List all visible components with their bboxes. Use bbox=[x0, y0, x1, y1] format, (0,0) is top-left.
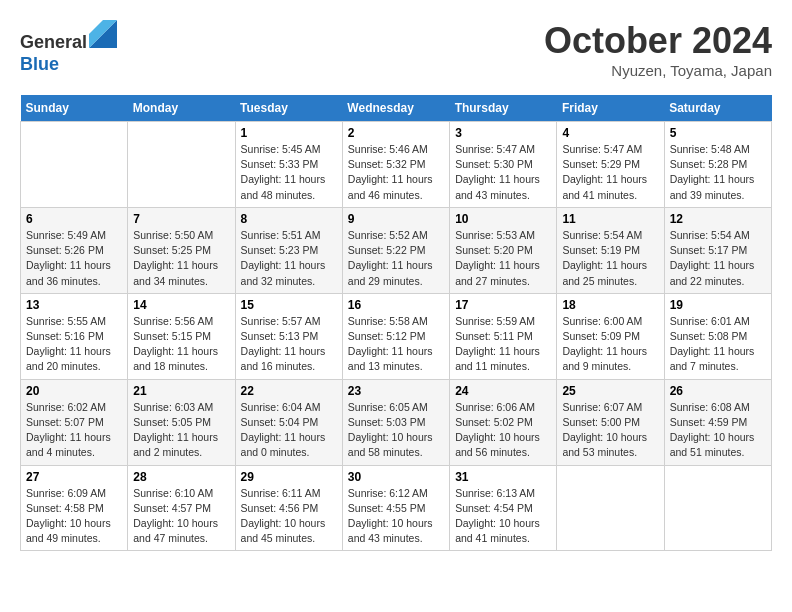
day-number: 18 bbox=[562, 298, 658, 312]
weekday-header: Thursday bbox=[450, 95, 557, 122]
calendar-cell: 25Sunrise: 6:07 AMSunset: 5:00 PMDayligh… bbox=[557, 379, 664, 465]
calendar-cell: 20Sunrise: 6:02 AMSunset: 5:07 PMDayligh… bbox=[21, 379, 128, 465]
day-detail: Sunrise: 6:07 AMSunset: 5:00 PMDaylight:… bbox=[562, 400, 658, 461]
day-number: 30 bbox=[348, 470, 444, 484]
calendar-cell bbox=[21, 122, 128, 208]
day-detail: Sunrise: 5:59 AMSunset: 5:11 PMDaylight:… bbox=[455, 314, 551, 375]
calendar-week-row: 13Sunrise: 5:55 AMSunset: 5:16 PMDayligh… bbox=[21, 293, 772, 379]
day-number: 22 bbox=[241, 384, 337, 398]
day-detail: Sunrise: 6:04 AMSunset: 5:04 PMDaylight:… bbox=[241, 400, 337, 461]
calendar-cell: 3Sunrise: 5:47 AMSunset: 5:30 PMDaylight… bbox=[450, 122, 557, 208]
day-detail: Sunrise: 5:46 AMSunset: 5:32 PMDaylight:… bbox=[348, 142, 444, 203]
day-number: 16 bbox=[348, 298, 444, 312]
day-number: 14 bbox=[133, 298, 229, 312]
day-number: 15 bbox=[241, 298, 337, 312]
calendar-cell: 15Sunrise: 5:57 AMSunset: 5:13 PMDayligh… bbox=[235, 293, 342, 379]
day-number: 17 bbox=[455, 298, 551, 312]
day-number: 31 bbox=[455, 470, 551, 484]
calendar-cell: 13Sunrise: 5:55 AMSunset: 5:16 PMDayligh… bbox=[21, 293, 128, 379]
calendar-cell: 16Sunrise: 5:58 AMSunset: 5:12 PMDayligh… bbox=[342, 293, 449, 379]
calendar-table: SundayMondayTuesdayWednesdayThursdayFrid… bbox=[20, 95, 772, 551]
day-detail: Sunrise: 5:52 AMSunset: 5:22 PMDaylight:… bbox=[348, 228, 444, 289]
day-number: 9 bbox=[348, 212, 444, 226]
day-number: 21 bbox=[133, 384, 229, 398]
day-detail: Sunrise: 6:05 AMSunset: 5:03 PMDaylight:… bbox=[348, 400, 444, 461]
day-number: 25 bbox=[562, 384, 658, 398]
day-number: 26 bbox=[670, 384, 766, 398]
calendar-cell bbox=[664, 465, 771, 551]
calendar-cell: 6Sunrise: 5:49 AMSunset: 5:26 PMDaylight… bbox=[21, 207, 128, 293]
weekday-header: Friday bbox=[557, 95, 664, 122]
calendar-cell bbox=[128, 122, 235, 208]
calendar-cell: 5Sunrise: 5:48 AMSunset: 5:28 PMDaylight… bbox=[664, 122, 771, 208]
day-detail: Sunrise: 6:09 AMSunset: 4:58 PMDaylight:… bbox=[26, 486, 122, 547]
day-number: 24 bbox=[455, 384, 551, 398]
calendar-week-row: 1Sunrise: 5:45 AMSunset: 5:33 PMDaylight… bbox=[21, 122, 772, 208]
calendar-cell: 1Sunrise: 5:45 AMSunset: 5:33 PMDaylight… bbox=[235, 122, 342, 208]
day-detail: Sunrise: 5:54 AMSunset: 5:19 PMDaylight:… bbox=[562, 228, 658, 289]
day-detail: Sunrise: 6:13 AMSunset: 4:54 PMDaylight:… bbox=[455, 486, 551, 547]
day-number: 3 bbox=[455, 126, 551, 140]
calendar-cell: 24Sunrise: 6:06 AMSunset: 5:02 PMDayligh… bbox=[450, 379, 557, 465]
calendar-cell: 26Sunrise: 6:08 AMSunset: 4:59 PMDayligh… bbox=[664, 379, 771, 465]
day-number: 8 bbox=[241, 212, 337, 226]
day-detail: Sunrise: 5:48 AMSunset: 5:28 PMDaylight:… bbox=[670, 142, 766, 203]
month-title: October 2024 bbox=[544, 20, 772, 62]
day-detail: Sunrise: 6:12 AMSunset: 4:55 PMDaylight:… bbox=[348, 486, 444, 547]
title-block: October 2024 Nyuzen, Toyama, Japan bbox=[544, 20, 772, 79]
calendar-cell: 4Sunrise: 5:47 AMSunset: 5:29 PMDaylight… bbox=[557, 122, 664, 208]
day-detail: Sunrise: 6:03 AMSunset: 5:05 PMDaylight:… bbox=[133, 400, 229, 461]
day-detail: Sunrise: 5:45 AMSunset: 5:33 PMDaylight:… bbox=[241, 142, 337, 203]
weekday-header: Wednesday bbox=[342, 95, 449, 122]
day-detail: Sunrise: 6:02 AMSunset: 5:07 PMDaylight:… bbox=[26, 400, 122, 461]
day-detail: Sunrise: 6:00 AMSunset: 5:09 PMDaylight:… bbox=[562, 314, 658, 375]
calendar-cell: 31Sunrise: 6:13 AMSunset: 4:54 PMDayligh… bbox=[450, 465, 557, 551]
calendar-cell: 14Sunrise: 5:56 AMSunset: 5:15 PMDayligh… bbox=[128, 293, 235, 379]
day-detail: Sunrise: 5:47 AMSunset: 5:29 PMDaylight:… bbox=[562, 142, 658, 203]
day-number: 12 bbox=[670, 212, 766, 226]
location: Nyuzen, Toyama, Japan bbox=[544, 62, 772, 79]
day-detail: Sunrise: 5:53 AMSunset: 5:20 PMDaylight:… bbox=[455, 228, 551, 289]
day-number: 5 bbox=[670, 126, 766, 140]
day-detail: Sunrise: 6:01 AMSunset: 5:08 PMDaylight:… bbox=[670, 314, 766, 375]
day-detail: Sunrise: 5:58 AMSunset: 5:12 PMDaylight:… bbox=[348, 314, 444, 375]
calendar-week-row: 27Sunrise: 6:09 AMSunset: 4:58 PMDayligh… bbox=[21, 465, 772, 551]
calendar-cell bbox=[557, 465, 664, 551]
day-number: 1 bbox=[241, 126, 337, 140]
day-number: 23 bbox=[348, 384, 444, 398]
day-detail: Sunrise: 5:55 AMSunset: 5:16 PMDaylight:… bbox=[26, 314, 122, 375]
calendar-cell: 17Sunrise: 5:59 AMSunset: 5:11 PMDayligh… bbox=[450, 293, 557, 379]
day-number: 29 bbox=[241, 470, 337, 484]
calendar-cell: 23Sunrise: 6:05 AMSunset: 5:03 PMDayligh… bbox=[342, 379, 449, 465]
day-number: 28 bbox=[133, 470, 229, 484]
day-number: 6 bbox=[26, 212, 122, 226]
weekday-header: Monday bbox=[128, 95, 235, 122]
calendar-cell: 30Sunrise: 6:12 AMSunset: 4:55 PMDayligh… bbox=[342, 465, 449, 551]
day-number: 10 bbox=[455, 212, 551, 226]
logo-blue: Blue bbox=[20, 54, 59, 74]
day-number: 27 bbox=[26, 470, 122, 484]
day-detail: Sunrise: 5:56 AMSunset: 5:15 PMDaylight:… bbox=[133, 314, 229, 375]
calendar-cell: 12Sunrise: 5:54 AMSunset: 5:17 PMDayligh… bbox=[664, 207, 771, 293]
weekday-header: Tuesday bbox=[235, 95, 342, 122]
day-detail: Sunrise: 5:57 AMSunset: 5:13 PMDaylight:… bbox=[241, 314, 337, 375]
day-detail: Sunrise: 5:51 AMSunset: 5:23 PMDaylight:… bbox=[241, 228, 337, 289]
day-number: 11 bbox=[562, 212, 658, 226]
calendar-cell: 2Sunrise: 5:46 AMSunset: 5:32 PMDaylight… bbox=[342, 122, 449, 208]
calendar-cell: 18Sunrise: 6:00 AMSunset: 5:09 PMDayligh… bbox=[557, 293, 664, 379]
calendar-cell: 11Sunrise: 5:54 AMSunset: 5:19 PMDayligh… bbox=[557, 207, 664, 293]
weekday-header: Sunday bbox=[21, 95, 128, 122]
day-detail: Sunrise: 5:47 AMSunset: 5:30 PMDaylight:… bbox=[455, 142, 551, 203]
calendar-cell: 8Sunrise: 5:51 AMSunset: 5:23 PMDaylight… bbox=[235, 207, 342, 293]
day-number: 13 bbox=[26, 298, 122, 312]
calendar-week-row: 6Sunrise: 5:49 AMSunset: 5:26 PMDaylight… bbox=[21, 207, 772, 293]
logo-general: General bbox=[20, 32, 87, 52]
day-detail: Sunrise: 5:54 AMSunset: 5:17 PMDaylight:… bbox=[670, 228, 766, 289]
day-detail: Sunrise: 5:50 AMSunset: 5:25 PMDaylight:… bbox=[133, 228, 229, 289]
calendar-cell: 7Sunrise: 5:50 AMSunset: 5:25 PMDaylight… bbox=[128, 207, 235, 293]
calendar-cell: 10Sunrise: 5:53 AMSunset: 5:20 PMDayligh… bbox=[450, 207, 557, 293]
calendar-cell: 22Sunrise: 6:04 AMSunset: 5:04 PMDayligh… bbox=[235, 379, 342, 465]
weekday-header: Saturday bbox=[664, 95, 771, 122]
calendar-cell: 28Sunrise: 6:10 AMSunset: 4:57 PMDayligh… bbox=[128, 465, 235, 551]
calendar-cell: 21Sunrise: 6:03 AMSunset: 5:05 PMDayligh… bbox=[128, 379, 235, 465]
